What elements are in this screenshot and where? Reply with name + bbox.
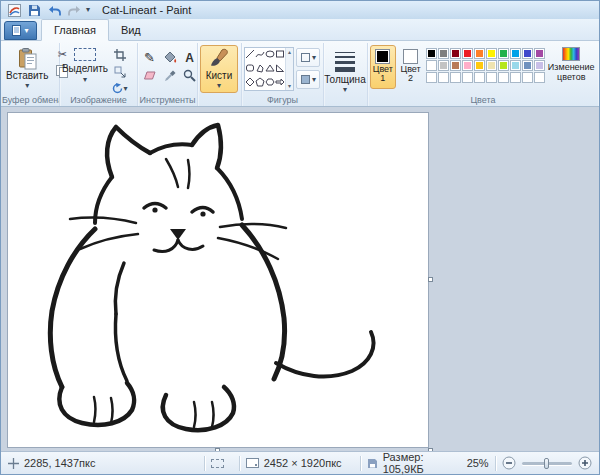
zoom-slider[interactable]	[522, 462, 573, 465]
brushes-label: Кисти	[206, 71, 233, 81]
edit-colors-button[interactable]: Изменение цветов	[547, 45, 596, 91]
palette-swatch[interactable]	[438, 60, 449, 71]
color1-button[interactable]: Цвет 1	[370, 45, 396, 89]
shape-curve[interactable]	[255, 49, 265, 61]
shape-line[interactable]	[245, 49, 255, 61]
palette-swatch[interactable]	[534, 48, 545, 59]
fill-icon	[300, 74, 311, 85]
palette-swatch[interactable]	[426, 60, 437, 71]
zoom-out-button[interactable]	[502, 456, 516, 470]
redo-button[interactable]	[66, 3, 82, 18]
group-tools: ✎ A	[138, 43, 198, 106]
palette-swatch[interactable]	[522, 48, 533, 59]
undo-button[interactable]	[46, 3, 62, 18]
cursor-position-icon	[8, 458, 19, 469]
palette-swatch[interactable]	[426, 72, 437, 83]
color-palette	[426, 48, 545, 83]
shape-pentagon[interactable]	[255, 77, 265, 89]
palette-swatch[interactable]	[438, 48, 449, 59]
shape-diamond[interactable]	[245, 77, 255, 89]
shape-polygon[interactable]	[255, 63, 265, 75]
color2-swatch	[403, 49, 418, 64]
shapes-scrollbar[interactable]: ▴ ▾	[285, 48, 293, 90]
palette-swatch[interactable]	[522, 72, 533, 83]
shape-triangle[interactable]	[265, 63, 275, 75]
palette-swatch[interactable]	[534, 72, 545, 83]
text-tool-button[interactable]: A	[180, 49, 199, 66]
palette-swatch[interactable]	[462, 60, 473, 71]
palette-swatch[interactable]	[486, 48, 497, 59]
resize-button[interactable]	[110, 64, 130, 79]
rotate-icon	[112, 83, 123, 94]
group-size: Толщина ▾	[324, 43, 368, 106]
palette-swatch[interactable]	[474, 48, 485, 59]
palette-swatch[interactable]	[486, 72, 497, 83]
shape-right-triangle[interactable]	[275, 63, 285, 75]
palette-swatch[interactable]	[462, 48, 473, 59]
palette-swatch[interactable]	[474, 60, 485, 71]
group-clipboard: Вставить ▾ ✂ Буфер обмена	[2, 43, 60, 106]
canvas-size-segment: 2452 × 1920пкс	[246, 457, 354, 469]
palette-swatch[interactable]	[498, 60, 509, 71]
paste-icon	[18, 48, 37, 70]
statusbar-separator	[204, 456, 205, 471]
tab-home[interactable]: Главная	[41, 19, 109, 41]
eraser-tool-button[interactable]	[140, 67, 159, 84]
shape-hexagon[interactable]	[265, 77, 275, 89]
palette-swatch[interactable]	[510, 48, 521, 59]
palette-swatch[interactable]	[522, 60, 533, 71]
edit-colors-label: Изменение цветов	[547, 63, 596, 83]
save-button[interactable]	[26, 3, 42, 18]
rainbow-icon	[562, 47, 580, 61]
size-label: Толщина	[324, 75, 365, 85]
scroll-down-icon[interactable]: ▾	[288, 83, 291, 89]
palette-swatch[interactable]	[510, 72, 521, 83]
select-button[interactable]: Выделить ▾	[62, 45, 108, 89]
canvas-size-icon	[246, 458, 259, 468]
canvas-resize-handle-right[interactable]	[428, 277, 433, 282]
paste-button[interactable]: Вставить ▾	[4, 45, 50, 93]
paint-canvas[interactable]	[8, 113, 428, 447]
zoom-slider-thumb[interactable]	[544, 458, 549, 469]
palette-swatch[interactable]	[474, 72, 485, 83]
canvas-resize-handle-bottom[interactable]	[215, 448, 220, 451]
shape-fill-button[interactable]: ▾	[296, 70, 320, 89]
select-label: Выделить	[62, 63, 108, 74]
zoom-in-button[interactable]	[578, 456, 592, 470]
color-picker-tool-button[interactable]	[160, 67, 179, 84]
palette-swatch[interactable]	[426, 48, 437, 59]
palette-swatch[interactable]	[498, 48, 509, 59]
rotate-button[interactable]: ▾	[110, 81, 130, 96]
shape-arrow-right[interactable]	[275, 77, 285, 89]
magnifier-tool-button[interactable]	[180, 67, 199, 84]
palette-swatch[interactable]	[510, 60, 521, 71]
canvas-resize-handle-corner[interactable]	[428, 448, 433, 451]
crop-button[interactable]	[110, 47, 130, 62]
palette-swatch[interactable]	[534, 60, 545, 71]
color2-label: Цвет 2	[399, 65, 423, 84]
fill-tool-button[interactable]	[160, 49, 179, 66]
brushes-button[interactable]: Кисти ▾	[200, 45, 238, 93]
palette-swatch[interactable]	[450, 60, 461, 71]
palette-swatch[interactable]	[450, 72, 461, 83]
palette-swatch[interactable]	[498, 72, 509, 83]
color2-button[interactable]: Цвет 2	[398, 45, 424, 89]
zoom-level-value: 25%	[467, 457, 489, 469]
application-menu-button[interactable]: ▾	[4, 21, 37, 40]
shape-rectangle[interactable]	[275, 49, 285, 61]
brush-icon	[208, 48, 230, 70]
file-size-icon	[367, 458, 378, 469]
shape-outline-button[interactable]: ▾	[296, 48, 320, 67]
ribbon-tab-row: ▾ Главная Вид	[1, 19, 599, 40]
size-button[interactable]: Толщина ▾	[326, 45, 364, 93]
tab-view[interactable]: Вид	[109, 20, 153, 40]
qat-customize-caret-icon[interactable]: ▾	[86, 6, 90, 14]
palette-swatch[interactable]	[438, 72, 449, 83]
palette-swatch[interactable]	[486, 60, 497, 71]
shape-oval[interactable]	[265, 49, 275, 61]
palette-swatch[interactable]	[462, 72, 473, 83]
scroll-up-icon[interactable]: ▴	[288, 49, 291, 55]
palette-swatch[interactable]	[450, 48, 461, 59]
pencil-tool-button[interactable]: ✎	[140, 49, 159, 66]
shape-rounded-rectangle[interactable]	[245, 63, 255, 75]
